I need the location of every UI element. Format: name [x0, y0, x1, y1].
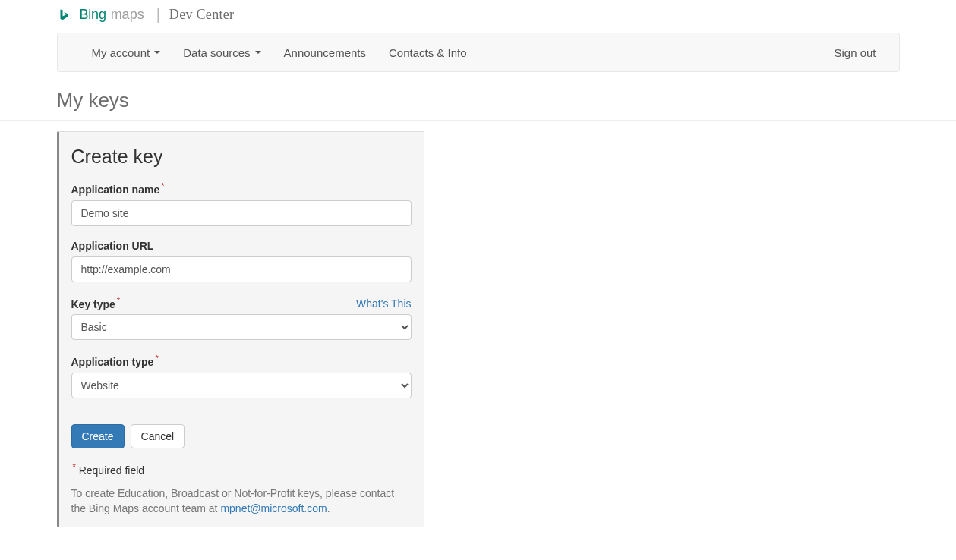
- required-asterisk: *: [155, 354, 158, 363]
- site-logo[interactable]: Bing maps | Dev Center: [57, 0, 900, 24]
- key-type-select[interactable]: Basic: [71, 314, 412, 340]
- main-navbar: My account Data sources Announcements Co…: [57, 33, 900, 72]
- chevron-down-icon: [255, 51, 261, 54]
- app-type-select[interactable]: Website: [71, 373, 412, 398]
- footer-note-suffix: .: [327, 502, 330, 514]
- key-type-label: Key type: [71, 297, 115, 310]
- create-key-panel: Create key Application name* Application…: [57, 131, 424, 527]
- field-app-url: Application URL: [71, 240, 412, 282]
- required-asterisk: *: [73, 462, 76, 471]
- field-key-type: Key type* What's This Basic: [71, 296, 412, 341]
- cancel-button[interactable]: Cancel: [131, 424, 185, 448]
- logo-text-maps: maps: [111, 7, 144, 22]
- logo-text-bing: Bing: [80, 7, 106, 22]
- nav-my-account-label: My account: [92, 46, 150, 59]
- nav-data-sources-label: Data sources: [183, 46, 250, 59]
- footer-contact-note: To create Education, Broadcast or Not-fo…: [71, 486, 412, 517]
- form-buttons: Create Cancel: [71, 424, 412, 448]
- bing-b-icon: [57, 8, 71, 23]
- contact-email-link[interactable]: mpnet@microsoft.com: [220, 502, 327, 514]
- app-type-label: Application type: [71, 356, 154, 368]
- field-app-type: Application type* Website: [71, 354, 412, 398]
- logo-portal-name: Dev Center: [169, 7, 234, 23]
- required-asterisk: *: [117, 296, 120, 305]
- nav-data-sources[interactable]: Data sources: [172, 35, 272, 71]
- nav-announcements[interactable]: Announcements: [273, 35, 377, 71]
- nav-announcements-label: Announcements: [284, 46, 366, 59]
- nav-contacts-info[interactable]: Contacts & Info: [377, 35, 478, 71]
- field-app-name: Application name*: [71, 181, 412, 226]
- app-url-input[interactable]: [71, 256, 412, 282]
- nav-my-account[interactable]: My account: [80, 35, 172, 71]
- panel-title: Create key: [71, 146, 412, 168]
- whats-this-link[interactable]: What's This: [356, 297, 411, 310]
- nav-contacts-info-label: Contacts & Info: [389, 46, 467, 59]
- chevron-down-icon: [154, 51, 160, 54]
- nav-sign-out[interactable]: Sign out: [822, 35, 887, 71]
- app-name-label: Application name: [71, 184, 160, 196]
- required-asterisk: *: [161, 181, 164, 190]
- app-name-input[interactable]: [71, 200, 412, 226]
- page-title: My keys: [57, 89, 900, 112]
- page-divider: [0, 120, 956, 121]
- app-url-label: Application URL: [71, 240, 154, 252]
- required-field-text: Required field: [79, 464, 144, 477]
- nav-sign-out-label: Sign out: [834, 46, 876, 59]
- create-button[interactable]: Create: [71, 424, 125, 448]
- logo-separator: |: [156, 6, 160, 24]
- required-field-note: * Required field: [71, 462, 412, 477]
